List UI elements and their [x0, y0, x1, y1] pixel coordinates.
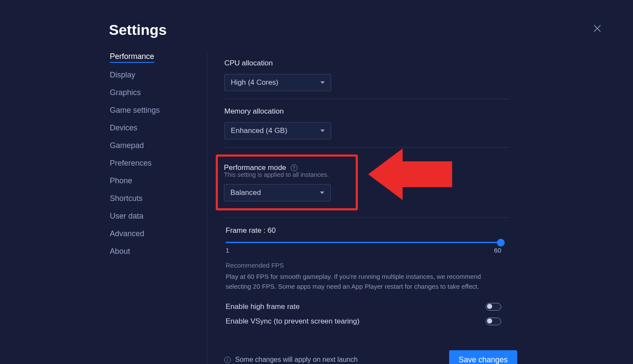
memory-allocation-label: Memory allocation — [224, 107, 509, 116]
performance-mode-note: This setting is applied to all instances… — [224, 171, 348, 178]
high-frame-rate-toggle[interactable] — [486, 303, 501, 311]
vsync-row: Enable VSync (to prevent screen tearing) — [226, 314, 501, 329]
page-title: Settings — [109, 22, 616, 38]
recommended-fps-description: Play at 60 FPS for smooth gameplay. If y… — [226, 271, 501, 292]
frame-rate-section: Frame rate : 60 1 60 Recommended FPS Pla… — [224, 218, 509, 333]
settings-content: CPU allocation High (4 Cores) Memory all… — [224, 51, 526, 364]
high-frame-rate-row: Enable high frame rate — [226, 299, 501, 314]
sidebar-item-shortcuts[interactable]: Shortcuts — [110, 193, 207, 204]
save-changes-button[interactable]: Save changes — [449, 350, 517, 364]
close-icon — [593, 24, 602, 33]
slider-min: 1 — [226, 247, 229, 254]
frame-rate-slider[interactable] — [226, 242, 501, 243]
highlight-annotation: Performance mode ? This setting is appli… — [216, 154, 358, 210]
cpu-allocation-dropdown[interactable]: High (4 Cores) — [224, 74, 331, 91]
close-button[interactable] — [593, 24, 602, 33]
cpu-allocation-value: High (4 Cores) — [231, 78, 279, 87]
sidebar-item-graphics[interactable]: Graphics — [110, 87, 207, 98]
sidebar-item-phone[interactable]: Phone — [110, 176, 207, 186]
sidebar-item-advanced[interactable]: Advanced — [110, 228, 207, 239]
vsync-toggle[interactable] — [486, 318, 501, 325]
sidebar-item-gamepad[interactable]: Gamepad — [110, 140, 207, 151]
slider-max: 60 — [494, 247, 501, 254]
footer-note-text: Some changes will apply on next launch — [235, 356, 358, 364]
performance-mode-dropdown[interactable]: Balanced — [224, 184, 331, 201]
frame-rate-label: Frame rate : 60 — [226, 226, 509, 235]
cpu-allocation-label: CPU allocation — [224, 59, 509, 68]
memory-allocation-section: Memory allocation Enhanced (4 GB) — [224, 99, 509, 148]
info-icon: i — [224, 357, 231, 363]
sidebar-item-about[interactable]: About — [110, 246, 207, 257]
performance-mode-section: Performance mode ? This setting is appli… — [224, 148, 509, 218]
frame-rate-value: 60 — [267, 226, 276, 234]
sidebar-item-user-data[interactable]: User data — [110, 211, 207, 222]
vertical-divider — [207, 51, 207, 364]
cpu-allocation-section: CPU allocation High (4 Cores) — [224, 51, 509, 99]
chevron-down-icon — [320, 191, 324, 194]
sidebar-item-game-settings[interactable]: Game settings — [110, 105, 207, 116]
slider-thumb[interactable] — [497, 239, 505, 247]
sidebar-item-devices[interactable]: Devices — [110, 123, 207, 133]
sidebar-item-preferences[interactable]: Preferences — [110, 158, 207, 169]
high-frame-rate-label: Enable high frame rate — [226, 302, 300, 311]
chevron-down-icon — [320, 130, 325, 132]
footer-note: i Some changes will apply on next launch — [224, 356, 358, 364]
performance-mode-label: Performance mode ? — [224, 163, 348, 172]
settings-sidebar: Performance Display Graphics Game settin… — [110, 51, 207, 364]
vsync-label: Enable VSync (to prevent screen tearing) — [226, 317, 360, 326]
sidebar-item-performance[interactable]: Performance — [110, 51, 154, 63]
recommended-fps-title: Recommended FPS — [226, 262, 509, 269]
footer: i Some changes will apply on next launch… — [224, 350, 517, 364]
frame-rate-label-prefix: Frame rate : — [226, 226, 267, 234]
memory-allocation-value: Enhanced (4 GB) — [231, 126, 287, 135]
help-icon[interactable]: ? — [291, 164, 298, 171]
slider-range-labels: 1 60 — [226, 247, 501, 254]
performance-mode-value: Balanced — [230, 188, 261, 197]
performance-mode-label-text: Performance mode — [224, 163, 286, 172]
sidebar-item-display[interactable]: Display — [110, 70, 207, 80]
chevron-down-icon — [320, 81, 325, 84]
memory-allocation-dropdown[interactable]: Enhanced (4 GB) — [224, 122, 331, 139]
